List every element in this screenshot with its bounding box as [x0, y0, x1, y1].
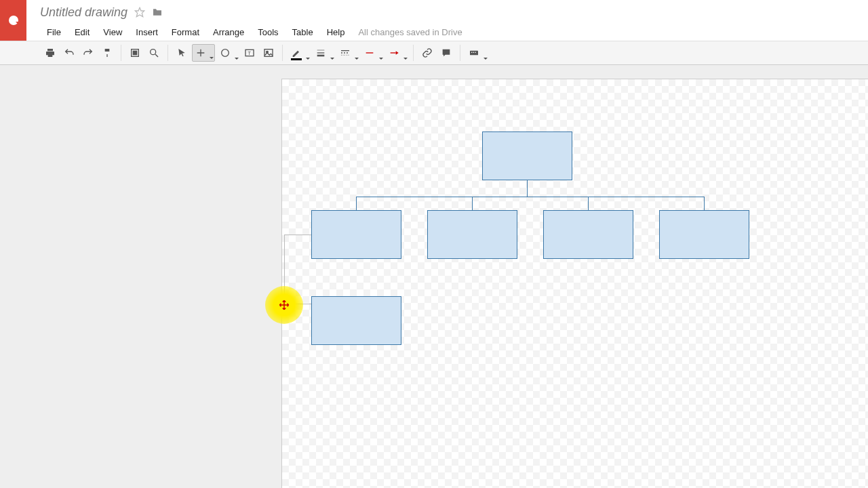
connector[interactable] [356, 197, 705, 197]
svg-rect-20 [471, 52, 472, 53]
menu-edit[interactable]: Edit [68, 24, 96, 40]
menu-arrange[interactable]: Arrange [206, 24, 251, 40]
org-box-top[interactable] [482, 131, 572, 180]
svg-rect-22 [475, 52, 475, 53]
input-tools-icon[interactable] [465, 44, 488, 62]
menu-tools[interactable]: Tools [251, 24, 285, 40]
shape-tool-icon[interactable] [216, 44, 239, 62]
svg-rect-8 [264, 49, 273, 57]
menu-format[interactable]: Format [165, 24, 206, 40]
menu-bar: File Edit View Insert Format Arrange Too… [40, 24, 868, 40]
toolbar: T [0, 41, 868, 65]
svg-marker-18 [396, 51, 399, 54]
org-box-child4[interactable] [659, 210, 749, 259]
svg-rect-21 [473, 52, 474, 53]
undo-icon[interactable] [60, 44, 78, 62]
app-logo[interactable] [0, 0, 26, 41]
connector[interactable] [588, 197, 589, 210]
org-box-child2[interactable] [427, 210, 517, 259]
org-box-bottom[interactable] [311, 296, 401, 345]
line-end-icon[interactable] [385, 44, 408, 62]
zoom-fit-icon[interactable] [126, 44, 144, 62]
select-icon[interactable] [173, 44, 191, 62]
link-icon[interactable] [418, 44, 436, 62]
line-color-icon[interactable] [288, 44, 311, 62]
org-box-child3[interactable] [543, 210, 633, 259]
menu-table[interactable]: Table [285, 24, 320, 40]
paint-format-icon[interactable] [98, 44, 116, 62]
svg-rect-2 [133, 51, 136, 54]
svg-point-5 [222, 49, 229, 57]
menu-insert[interactable]: Insert [129, 24, 165, 40]
zoom-icon[interactable] [145, 44, 163, 62]
svg-point-3 [151, 49, 156, 55]
menu-file[interactable]: File [40, 24, 68, 40]
document-title[interactable]: Untitled drawing [40, 5, 127, 20]
menu-help[interactable]: Help [320, 24, 352, 40]
connector[interactable] [527, 180, 528, 197]
textbox-icon[interactable]: T [241, 44, 258, 62]
connector[interactable] [472, 197, 473, 210]
org-box-child1[interactable] [311, 210, 401, 259]
star-icon[interactable] [134, 7, 145, 18]
redo-icon[interactable] [79, 44, 97, 62]
connector[interactable] [704, 197, 705, 210]
line-start-icon[interactable] [361, 44, 384, 62]
drag-guide [284, 235, 311, 304]
connector[interactable] [356, 197, 357, 210]
folder-icon[interactable] [152, 7, 163, 18]
svg-text:T: T [248, 50, 251, 56]
image-icon[interactable] [260, 44, 277, 62]
svg-marker-0 [135, 7, 144, 16]
svg-line-4 [155, 54, 158, 57]
menu-view[interactable]: View [96, 24, 129, 40]
workspace [0, 65, 868, 488]
line-weight-icon[interactable] [312, 44, 335, 62]
canvas[interactable] [281, 79, 868, 488]
line-tool-icon[interactable] [192, 44, 215, 62]
line-dash-icon[interactable] [336, 44, 359, 62]
print-icon[interactable] [41, 44, 59, 62]
save-status: All changes saved in Drive [351, 24, 469, 40]
comment-icon[interactable] [437, 44, 455, 62]
